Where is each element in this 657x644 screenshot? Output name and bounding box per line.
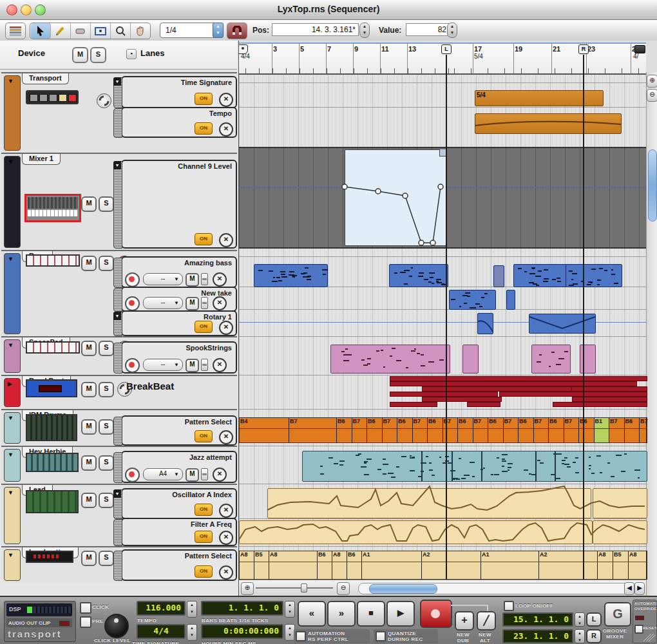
collapse-right-icon[interactable]: ▶ (8, 381, 12, 387)
lane-on-badge[interactable]: ON (195, 93, 213, 105)
vertical-scrollbar-thumb[interactable] (648, 149, 657, 222)
spacepad-device-thumbnail[interactable] (26, 341, 80, 354)
solo-button[interactable]: S (99, 382, 114, 397)
record-button[interactable] (420, 600, 452, 628)
horizontal-scrollbar-thumb[interactable] (369, 584, 437, 594)
pattern-cell[interactable]: B6 (318, 551, 332, 579)
lane-delete-icon[interactable]: ✕ (219, 321, 233, 335)
lane-delete-icon[interactable]: ✕ (219, 531, 233, 545)
rewind-button[interactable]: « (298, 601, 326, 627)
lane-delete-icon[interactable]: ✕ (219, 504, 233, 518)
loop-left-display[interactable]: 15. 1. 1. 0 (502, 612, 573, 627)
lane-mute-button[interactable]: M (186, 273, 199, 287)
playhead-line[interactable] (446, 55, 447, 580)
loop-right-display[interactable]: 23. 1. 1. 0 (502, 629, 573, 643)
lane-grip[interactable] (113, 161, 122, 249)
lane-delete-icon[interactable]: ✕ (213, 272, 227, 287)
value-field[interactable]: 82 (406, 23, 450, 36)
lane-delete-icon[interactable]: ✕ (213, 296, 227, 310)
solo-button[interactable]: S (99, 341, 114, 356)
hzoom-in-icon[interactable]: ⊕ (241, 582, 254, 595)
resize-grip-icon[interactable] (642, 632, 655, 643)
lane-grip[interactable] (113, 108, 122, 138)
lane-record-button[interactable] (125, 296, 140, 311)
eraser-tool[interactable] (71, 23, 91, 39)
lane-panel[interactable]: ▼Rotary 1ON✕ (121, 310, 237, 336)
pattern-cell[interactable]: A8 (240, 551, 254, 579)
lane-delete-icon[interactable]: ✕ (213, 468, 227, 482)
loop-l-button[interactable]: L (586, 612, 602, 627)
pattern-cell[interactable]: A2 (422, 551, 481, 579)
solo-button[interactable]: S (99, 493, 114, 508)
lane-collapse-icon[interactable]: ▼ (113, 77, 121, 86)
hand-tool[interactable] (131, 23, 150, 39)
tempo-display[interactable]: 116.000 (137, 601, 186, 616)
new-dub-button[interactable]: + (455, 611, 474, 630)
lane-on-badge[interactable]: ON (195, 122, 213, 135)
lane-mute-button[interactable]: M (186, 359, 199, 372)
click-checkbox[interactable] (80, 602, 91, 614)
timesig-stepper[interactable]: ▲▼ (187, 624, 197, 641)
song-position-stepper[interactable]: ▲▼ (285, 601, 295, 618)
snap-stepper[interactable]: ▲▼ (213, 23, 224, 38)
lane-delete-icon[interactable]: ✕ (213, 358, 227, 372)
collapse-down-icon[interactable]: ▼ (8, 415, 14, 421)
lane-panel[interactable]: New take--▼M✕ (121, 287, 237, 312)
mute-button[interactable]: M (81, 419, 97, 435)
loop-right-stepper[interactable]: ▲▼ (575, 629, 585, 643)
solo-all-button[interactable]: S (90, 47, 106, 63)
pattern-cell[interactable]: A1 (362, 551, 422, 579)
bass-device-thumbnail[interactable] (26, 254, 80, 267)
track-color-strip[interactable]: ▼ (4, 549, 21, 581)
mute-button[interactable]: M (81, 455, 97, 471)
lane-collapse-icon[interactable]: ▼ (113, 489, 121, 498)
snap-value-select[interactable]: 1/4 (160, 23, 218, 38)
lane-grip[interactable] (113, 519, 122, 546)
scroll-left-icon[interactable]: ◀ (624, 582, 634, 595)
lane-panel[interactable]: SpookStrings--▼M✕ (121, 341, 237, 374)
lead-pattern-strip[interactable]: A8B5A8B6A8B6A1A2A1A2A8B5A8 (239, 551, 647, 580)
loop-r-button[interactable]: R (586, 629, 602, 643)
hzoom-out-icon[interactable]: ⊖ (337, 582, 350, 595)
timesig-display[interactable]: 4/4 (137, 624, 186, 639)
idm-device-thumbnail[interactable] (26, 414, 77, 441)
track-list-icon[interactable] (5, 23, 26, 39)
pencil-tool[interactable] (51, 23, 71, 39)
marquee-tool[interactable] (91, 23, 111, 39)
hzoom-slider-handle[interactable] (301, 583, 307, 592)
pre-checkbox[interactable] (80, 616, 91, 628)
lane-grip[interactable] (113, 452, 122, 483)
pattern-cell[interactable]: A8 (629, 551, 647, 579)
lane-delete-icon[interactable]: ✕ (219, 430, 233, 444)
automation-wheel-icon[interactable] (97, 93, 111, 108)
automation-rs-checkbox[interactable] (296, 631, 306, 641)
lane-record-button[interactable] (125, 468, 140, 482)
solo-button[interactable]: S (99, 455, 114, 471)
track-name-tab[interactable]: Mixer 1 (22, 154, 61, 165)
track-color-strip[interactable]: ▼ (4, 487, 21, 544)
track-color-strip[interactable]: ▼ (4, 253, 21, 334)
lane-delete-icon[interactable]: ✕ (219, 122, 233, 137)
lane-grip[interactable] (113, 258, 122, 288)
pattern-cell[interactable]: B6 (347, 551, 362, 579)
collapse-down-icon[interactable]: ▼ (8, 451, 14, 458)
lane-on-badge[interactable]: ON (195, 531, 213, 543)
lane-record-button[interactable] (125, 358, 140, 373)
pos-stepper[interactable]: ▲▼ (359, 23, 370, 38)
pattern-cell[interactable]: A8 (332, 551, 347, 579)
lane-fader[interactable] (201, 273, 208, 285)
groove-mixer-button[interactable]: G (604, 602, 631, 627)
time-display[interactable]: 0:00:00:000 (201, 624, 283, 639)
mute-button[interactable]: M (81, 341, 97, 356)
lane-panel[interactable]: TempoON✕ (121, 107, 237, 138)
lane-panel[interactable]: ▼Oscillator A IndexON✕ (121, 488, 237, 519)
lead-device-thumbnail[interactable] (26, 490, 79, 513)
matrix-device-thumbnail[interactable] (26, 551, 73, 563)
lane-on-badge[interactable]: ON (195, 233, 213, 245)
collapse-down-icon[interactable]: ▼ (8, 342, 14, 348)
vertical-scrollbar[interactable]: ⊕ ⊖ (646, 72, 657, 596)
lane-record-button[interactable] (125, 272, 140, 287)
lane-delete-icon[interactable]: ✕ (219, 233, 233, 247)
lane-on-badge[interactable]: ON (195, 504, 213, 516)
vzoom-in-icon[interactable]: ⊕ (647, 75, 657, 88)
